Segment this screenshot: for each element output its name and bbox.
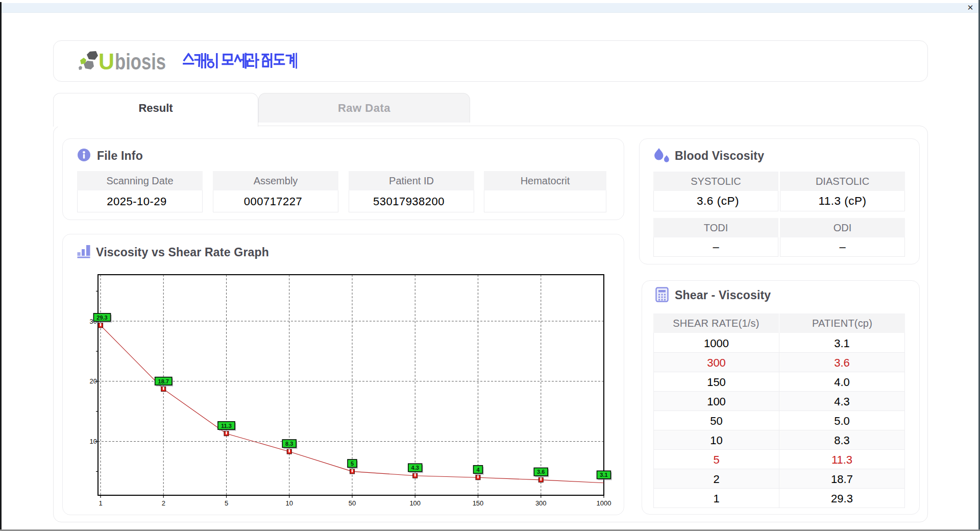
svg-text:4: 4 — [476, 467, 480, 473]
svg-text:50: 50 — [349, 499, 356, 507]
svg-text:11.3: 11.3 — [221, 423, 232, 429]
svg-text:150: 150 — [473, 499, 484, 507]
svg-text:10: 10 — [90, 438, 97, 445]
svg-text:3.6: 3.6 — [537, 469, 545, 475]
svg-text:4.3: 4.3 — [411, 465, 419, 471]
svg-text:1000: 1000 — [597, 499, 611, 507]
svg-text:biosis: biosis — [115, 49, 166, 75]
svg-text:100: 100 — [409, 499, 421, 507]
svg-text:20: 20 — [90, 377, 97, 385]
svg-text:300: 300 — [535, 499, 547, 507]
svg-text:8.3: 8.3 — [285, 441, 293, 447]
svg-text:5: 5 — [225, 499, 228, 507]
svg-text:5: 5 — [351, 461, 354, 467]
svg-text:3.1: 3.1 — [600, 472, 607, 478]
svg-text:2: 2 — [162, 499, 165, 507]
svg-text:1: 1 — [99, 499, 102, 507]
svg-text:29.3: 29.3 — [96, 315, 107, 321]
svg-text:U: U — [99, 49, 114, 75]
svg-text:18.7: 18.7 — [158, 378, 169, 384]
svg-text:10: 10 — [286, 499, 293, 507]
